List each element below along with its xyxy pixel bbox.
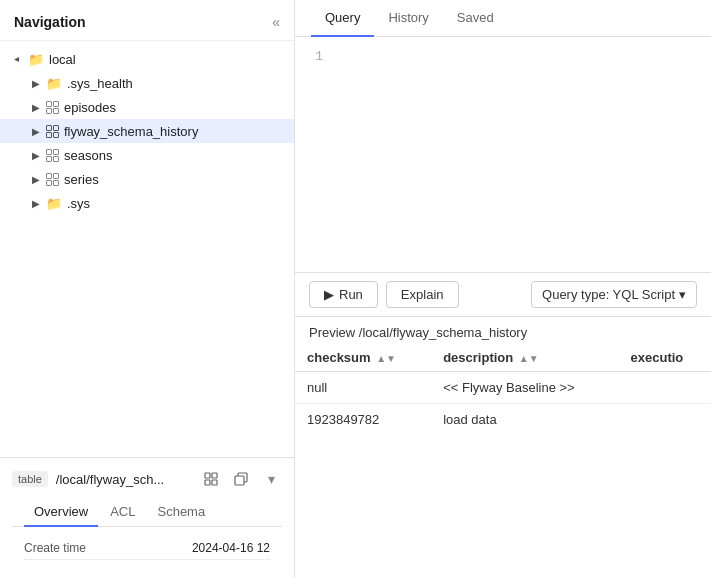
preview-label: Preview /local/flyway_schema_history (309, 325, 527, 340)
tree-label-seasons: seasons (64, 148, 112, 163)
results-table-wrapper[interactable]: checksum ▲▼ description ▲▼ executio null… (295, 344, 711, 579)
tree-label-sys: .sys (67, 196, 90, 211)
arrow-episodes: ▶ (28, 99, 44, 115)
cell-execution-1 (619, 403, 711, 435)
table-row: 1923849782 load data (295, 403, 711, 435)
tree-label-episodes: episodes (64, 100, 116, 115)
tree-label-sys-health: .sys_health (67, 76, 133, 91)
overview-content: Create time 2024-04-16 12 (12, 527, 282, 570)
tree-item-sys-health[interactable]: ▶ 📁 .sys_health (0, 71, 294, 95)
tree-label-series: series (64, 172, 99, 187)
preview-section: Preview /local/flyway_schema_history (295, 317, 711, 344)
col-header-execution[interactable]: executio (619, 344, 711, 372)
svg-rect-1 (54, 101, 59, 106)
sort-icon-description: ▲▼ (519, 353, 539, 364)
sort-icon-checksum: ▲▼ (376, 353, 396, 364)
table-row: null << Flyway Baseline >> (295, 371, 711, 403)
right-panel: Query History Saved 1 ▶ Run Explain Quer… (295, 0, 711, 578)
svg-rect-19 (212, 480, 217, 485)
query-type-label: Query type: YQL Script (542, 287, 675, 302)
run-label: Run (339, 287, 363, 302)
svg-rect-3 (54, 108, 59, 113)
table-icon-series (46, 173, 59, 186)
svg-rect-10 (47, 156, 52, 161)
svg-rect-7 (54, 132, 59, 137)
table-header-row: checksum ▲▼ description ▲▼ executio (295, 344, 711, 372)
svg-rect-8 (47, 149, 52, 154)
folder-icon-sys: 📁 (46, 196, 62, 211)
explain-button[interactable]: Explain (386, 281, 459, 308)
query-type-dropdown-icon: ▾ (679, 287, 686, 302)
collapse-icon[interactable]: « (272, 14, 280, 30)
overview-row-create-time: Create time 2024-04-16 12 (24, 537, 270, 560)
svg-rect-9 (54, 149, 59, 154)
svg-rect-6 (47, 132, 52, 137)
nav-title: Navigation (14, 14, 86, 30)
folder-icon-local: 📁 (28, 52, 44, 67)
cell-description-0: << Flyway Baseline >> (431, 371, 618, 403)
create-time-value: 2024-04-16 12 (192, 541, 270, 555)
tree-item-episodes[interactable]: ▶ episodes (0, 95, 294, 119)
nav-header: Navigation « (0, 0, 294, 41)
explain-label: Explain (401, 287, 444, 302)
bottom-info: table /local/flyway_sch... ▾ Overview (0, 457, 294, 578)
arrow-local: ▾ (10, 51, 26, 67)
svg-rect-17 (212, 473, 217, 478)
info-tabs-row: Overview ACL Schema (12, 498, 282, 527)
svg-rect-16 (205, 473, 210, 478)
tree-item-series[interactable]: ▶ series (0, 167, 294, 191)
run-play-icon: ▶ (324, 287, 334, 302)
svg-rect-13 (54, 173, 59, 178)
grid-icon-btn[interactable] (200, 468, 222, 490)
path-label: /local/flyway_sch... (56, 472, 192, 487)
tree-label-flyway: flyway_schema_history (64, 124, 198, 139)
col-header-description[interactable]: description ▲▼ (431, 344, 618, 372)
cell-execution-0 (619, 371, 711, 403)
tab-acl[interactable]: ACL (100, 498, 145, 527)
editor-area: 1 (295, 37, 711, 272)
query-tabs: Query History Saved (295, 0, 711, 37)
tree-container: ▾ 📁 local ▶ 📁 .sys_health ▶ episodes (0, 41, 294, 457)
tab-history[interactable]: History (374, 0, 442, 37)
results-table: checksum ▲▼ description ▲▼ executio null… (295, 344, 711, 435)
col-header-checksum[interactable]: checksum ▲▼ (295, 344, 431, 372)
tree-label-local: local (49, 52, 76, 67)
svg-rect-2 (47, 108, 52, 113)
table-icon-episodes (46, 101, 59, 114)
table-icon-seasons (46, 149, 59, 162)
tab-overview[interactable]: Overview (24, 498, 98, 527)
svg-rect-0 (47, 101, 52, 106)
col-label-description: description (443, 350, 513, 365)
tab-schema[interactable]: Schema (147, 498, 215, 527)
cell-description-1: load data (431, 403, 618, 435)
arrow-sys-health: ▶ (28, 75, 44, 91)
svg-rect-21 (235, 476, 244, 485)
tab-query[interactable]: Query (311, 0, 374, 37)
bottom-info-row: table /local/flyway_sch... ▾ (12, 468, 282, 490)
tree-item-sys[interactable]: ▶ 📁 .sys (0, 191, 294, 215)
run-button[interactable]: ▶ Run (309, 281, 378, 308)
line-numbers: 1 (295, 37, 331, 272)
svg-rect-11 (54, 156, 59, 161)
tree-item-flyway-schema-history[interactable]: ▶ flyway_schema_history (0, 119, 294, 143)
copy-icon-btn[interactable] (230, 468, 252, 490)
query-type-button[interactable]: Query type: YQL Script ▾ (531, 281, 697, 308)
tab-saved[interactable]: Saved (443, 0, 508, 37)
chevron-down-icon-btn[interactable]: ▾ (260, 468, 282, 490)
tree-item-seasons[interactable]: ▶ seasons (0, 143, 294, 167)
tree-item-local[interactable]: ▾ 📁 local (0, 47, 294, 71)
arrow-seasons: ▶ (28, 147, 44, 163)
svg-rect-15 (54, 180, 59, 185)
left-panel: Navigation « ▾ 📁 local ▶ 📁 .sys_health ▶ (0, 0, 295, 578)
cell-checksum-1: 1923849782 (295, 403, 431, 435)
table-icon-flyway (46, 125, 59, 138)
svg-rect-14 (47, 180, 52, 185)
query-editor[interactable] (331, 37, 711, 272)
cell-checksum-0: null (295, 371, 431, 403)
col-label-execution: executio (631, 350, 684, 365)
svg-rect-12 (47, 173, 52, 178)
table-badge: table (12, 471, 48, 487)
svg-rect-5 (54, 125, 59, 130)
arrow-series: ▶ (28, 171, 44, 187)
toolbar-row: ▶ Run Explain Query type: YQL Script ▾ (295, 272, 711, 317)
